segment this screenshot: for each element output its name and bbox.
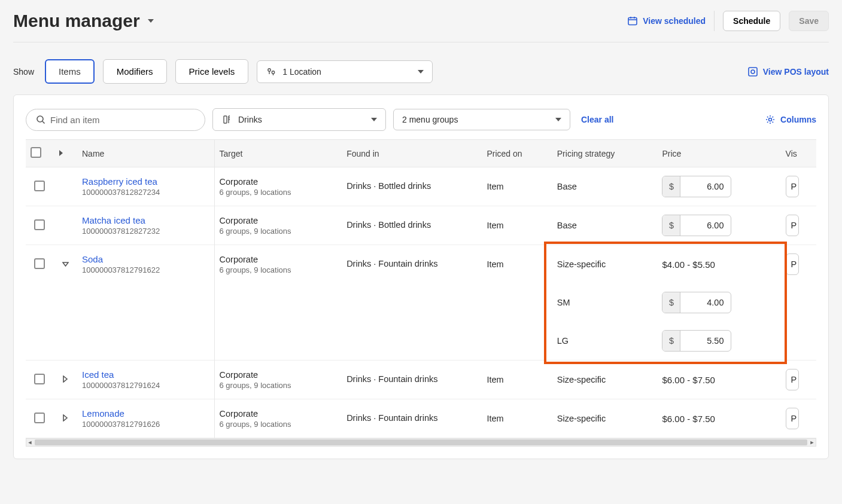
currency-symbol: $ — [662, 215, 680, 236]
visibility-badge[interactable]: P — [786, 176, 799, 197]
chevron-down-icon — [555, 117, 561, 122]
table-row: Raspberry iced tea 100000037812827234 Co… — [26, 167, 816, 206]
visibility-badge[interactable]: P — [786, 408, 799, 429]
chevron-right-icon[interactable] — [62, 414, 68, 421]
svg-marker-21 — [63, 262, 68, 266]
svg-marker-0 — [148, 19, 154, 23]
row-checkbox[interactable] — [34, 258, 45, 269]
table-row: Iced tea 100000037812791624 Corporate 6 … — [26, 361, 816, 399]
svg-rect-1 — [628, 18, 637, 25]
page-title: Menu manager — [13, 11, 140, 31]
header-name: Name — [77, 140, 214, 167]
layout-icon — [747, 66, 758, 77]
table-row: Soda 100000037812791622 Corporate 6 grou… — [26, 245, 816, 284]
horizontal-scrollbar[interactable]: ◄ ► — [26, 438, 816, 447]
title-dropdown-icon[interactable] — [147, 18, 154, 24]
view-scheduled-link[interactable]: View scheduled — [627, 16, 706, 26]
item-id: 100000037812791624 — [82, 381, 209, 390]
svg-line-11 — [42, 121, 45, 124]
search-input[interactable] — [50, 115, 195, 125]
target-label: Corporate — [220, 216, 338, 225]
search-icon — [36, 115, 45, 124]
item-name-link[interactable]: Lemonade — [82, 408, 209, 419]
target-meta: 6 groups, 9 locations — [220, 265, 338, 274]
pricing-strategy: Base — [552, 167, 658, 206]
groups-label: 2 menu groups — [402, 115, 458, 124]
chevron-right-icon[interactable] — [58, 149, 64, 157]
columns-label: Columns — [780, 115, 816, 124]
target-label: Corporate — [220, 409, 338, 419]
target-label: Corporate — [220, 177, 338, 187]
header-target: Target — [214, 140, 342, 167]
price-cell: $6.00 - $7.50 — [657, 361, 780, 399]
found-in: Drinks · Bottled drinks — [342, 206, 482, 245]
show-label: Show — [13, 67, 34, 77]
visibility-badge[interactable]: P — [786, 215, 799, 236]
priced-on: Item — [482, 245, 552, 284]
svg-marker-17 — [371, 118, 377, 121]
view-scheduled-label: View scheduled — [643, 16, 706, 26]
location-select[interactable]: 1 Location — [257, 60, 433, 83]
price-value: 4.00 — [680, 298, 731, 307]
tab-items[interactable]: Items — [45, 59, 95, 84]
drinks-icon — [221, 114, 232, 125]
item-id: 100000037812827234 — [82, 188, 209, 197]
item-name-link[interactable]: Iced tea — [82, 369, 209, 380]
priced-on: Item — [482, 361, 552, 399]
item-id: 100000037812791626 — [82, 420, 209, 429]
pricing-strategy: Size-specific — [552, 245, 658, 284]
price-cell: $ 6.00 — [657, 167, 780, 206]
item-name-link[interactable]: Soda — [82, 254, 209, 264]
select-all-checkbox[interactable] — [31, 147, 41, 158]
priced-on: Item — [482, 399, 552, 438]
price-range: $6.00 - $7.50 — [662, 414, 715, 424]
schedule-button[interactable]: Schedule — [723, 11, 780, 31]
priced-on: Item — [482, 206, 552, 245]
visibility-badge[interactable]: P — [786, 253, 799, 275]
svg-point-9 — [751, 70, 755, 74]
svg-marker-22 — [63, 376, 67, 382]
item-name-link[interactable]: Matcha iced tea — [82, 215, 209, 225]
svg-point-19 — [769, 118, 772, 121]
currency-symbol: $ — [662, 331, 680, 351]
size-price-input[interactable]: $ 4.00 — [662, 292, 731, 313]
gear-icon — [765, 114, 776, 125]
save-button[interactable]: Save — [789, 11, 829, 31]
target-meta: 6 groups, 9 locations — [220, 227, 338, 236]
chevron-down-icon[interactable] — [62, 261, 69, 267]
location-icon — [266, 66, 276, 77]
currency-symbol: $ — [662, 176, 680, 197]
view-pos-layout-link[interactable]: View POS layout — [747, 66, 829, 77]
size-price-input[interactable]: $ 5.50 — [662, 330, 731, 352]
svg-marker-20 — [59, 150, 63, 156]
row-checkbox[interactable] — [34, 413, 45, 423]
size-label: LG — [552, 322, 658, 361]
found-in: Drinks · Bottled drinks — [342, 167, 482, 206]
header-price: Price — [657, 140, 780, 167]
columns-link[interactable]: Columns — [765, 114, 816, 125]
svg-rect-8 — [749, 68, 757, 76]
tab-price-levels[interactable]: Price levels — [175, 59, 249, 84]
currency-symbol: $ — [662, 292, 680, 313]
search-input-wrapper[interactable] — [26, 109, 205, 131]
header-visible: Vis — [781, 140, 816, 167]
chevron-right-icon[interactable] — [62, 375, 68, 383]
groups-dropdown[interactable]: 2 menu groups — [393, 109, 570, 130]
row-checkbox[interactable] — [34, 181, 45, 191]
item-name-link[interactable]: Raspberry iced tea — [82, 176, 209, 187]
found-in: Drinks · Fountain drinks — [342, 361, 482, 399]
svg-rect-12 — [224, 116, 227, 123]
view-pos-label: View POS layout — [763, 67, 829, 77]
visibility-badge[interactable]: P — [786, 369, 799, 390]
clear-all-link[interactable]: Clear all — [581, 115, 613, 124]
chevron-down-icon — [371, 117, 377, 122]
price-cell: $4.00 - $5.50 — [657, 245, 780, 284]
price-input[interactable]: $ 6.00 — [662, 176, 731, 197]
row-checkbox[interactable] — [34, 219, 45, 230]
calendar-icon — [627, 16, 638, 26]
price-value: 5.50 — [680, 336, 731, 346]
category-dropdown[interactable]: Drinks — [212, 108, 386, 131]
tab-modifiers[interactable]: Modifiers — [103, 59, 167, 84]
row-checkbox[interactable] — [34, 374, 45, 384]
price-input[interactable]: $ 6.00 — [662, 215, 731, 236]
